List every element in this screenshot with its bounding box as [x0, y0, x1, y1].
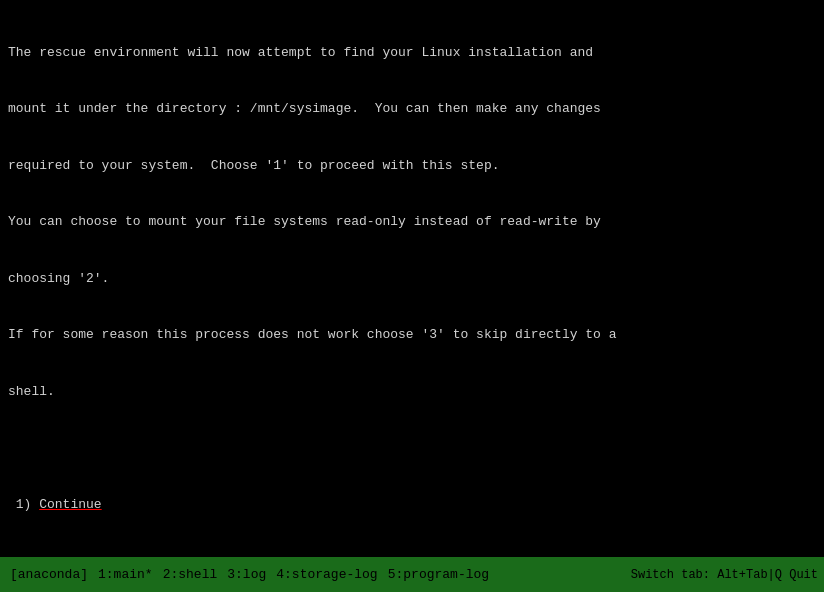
terminal-output: The rescue environment will now attempt … [0, 0, 824, 557]
status-bar: [anaconda] 1:main* 2:shell 3:log 4:stora… [0, 557, 824, 592]
status-tab-program-log[interactable]: 5:program-log [384, 565, 493, 584]
status-tab-anaconda[interactable]: [anaconda] [6, 565, 92, 584]
terminal-line-2: mount it under the directory : /mnt/sysi… [8, 100, 816, 119]
terminal-line-5: choosing '2'. [8, 270, 816, 289]
terminal-line-7: shell. [8, 383, 816, 402]
status-tabs: [anaconda] 1:main* 2:shell 3:log 4:stora… [6, 565, 631, 584]
status-hint: Switch tab: Alt+Tab|Q Quit [631, 568, 818, 582]
terminal-line-9: 1) Continue [8, 496, 816, 515]
terminal-line-1: The rescue environment will now attempt … [8, 44, 816, 63]
terminal-line-6: If for some reason this process does not… [8, 326, 816, 345]
status-tab-main[interactable]: 1:main* [94, 565, 157, 584]
terminal-line-8 [8, 439, 816, 458]
terminal-line-4: You can choose to mount your file system… [8, 213, 816, 232]
status-tab-storage-log[interactable]: 4:storage-log [272, 565, 381, 584]
status-tab-shell[interactable]: 2:shell [159, 565, 222, 584]
status-tab-log[interactable]: 3:log [223, 565, 270, 584]
terminal-line-3: required to your system. Choose '1' to p… [8, 157, 816, 176]
